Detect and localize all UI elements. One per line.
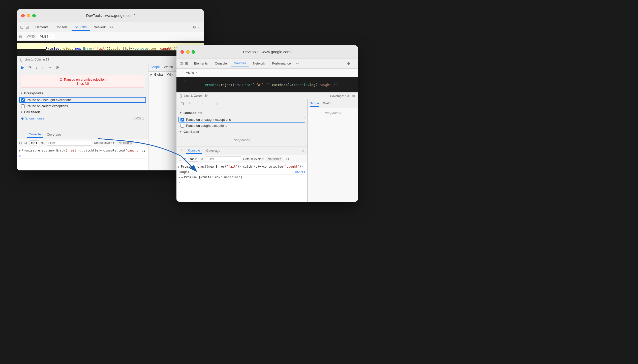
minimize-button-2[interactable] — [186, 50, 190, 54]
step-over-btn-1[interactable]: ↷ — [27, 64, 33, 71]
scope-panel-2: Scope Watch Not paused — [308, 99, 358, 202]
console-area-2: ⋮ Console Coverage × ⊡ ⊘ top ▾ 👁 Defaul — [176, 146, 307, 202]
scope-tab-1[interactable]: Scope — [150, 64, 160, 70]
file-tab-vm39-1[interactable]: VM39 × — [38, 34, 54, 39]
console-vm29-link[interactable]: VM29:1 — [294, 170, 305, 174]
tab-sources-2[interactable]: Sources — [231, 60, 249, 67]
callstack-location-1: VM39:1 — [134, 117, 144, 120]
status-bar-2: {} Line 1, Column 54 Coverage: n/a ⊞ — [176, 92, 358, 99]
deactivate-btn-2[interactable]: ⊘ — [214, 100, 220, 107]
console-content-2: ▶ Promise.reject(new Error('fail')).catc… — [176, 163, 307, 202]
sidebar-toggle-icon-2[interactable]: ⊡ — [179, 61, 183, 66]
code-text-2: Promise.reject(new Error('fail')).catch(… — [189, 79, 339, 90]
watch-tab-2[interactable]: Watch — [323, 100, 332, 107]
step-out-btn-1[interactable]: ↑ — [41, 64, 45, 71]
callstack-header-2[interactable]: ▼ Call Stack — [178, 128, 305, 135]
callstack-header-1[interactable]: ▼ Call Stack — [19, 109, 146, 115]
breakpoints-triangle-1: ▼ — [20, 92, 23, 95]
breakpoints-header-2[interactable]: ▼ Breakpoints — [178, 109, 305, 116]
console-clear-btn-2[interactable]: ⊘ — [184, 157, 187, 161]
step-btn-1[interactable]: → — [47, 64, 53, 71]
expand-icon-1[interactable]: ▶ — [19, 149, 21, 152]
callstack-item-1[interactable]: ◆ (anonymous) VM39:1 — [19, 115, 146, 121]
close-button-2[interactable] — [180, 50, 184, 54]
code-editor-2: 1 Promise.reject(new Error('fail')).catc… — [176, 77, 358, 92]
expand-icon-2b[interactable]: ◄ ▶ — [178, 176, 183, 179]
more-tabs-2[interactable]: >> — [295, 62, 299, 65]
top-dropdown-1[interactable]: top ▾ — [29, 140, 39, 145]
more-menu-1[interactable]: ⋮ — [197, 25, 201, 29]
console-tab-console-2[interactable]: Console — [186, 147, 202, 154]
tab-network-1[interactable]: Network — [91, 24, 109, 31]
breakpoint-caught-checkbox-2[interactable] — [180, 124, 184, 128]
tab-performance-2[interactable]: Performance — [269, 60, 294, 67]
top-dropdown-2[interactable]: top ▾ — [189, 157, 198, 162]
watch-tab-1[interactable]: Watch — [164, 64, 173, 70]
console-close-btn-2[interactable]: × — [302, 148, 304, 153]
breakpoint-uncaught-checkbox-1[interactable] — [21, 98, 25, 102]
file-tab-vm30-1[interactable]: VM30 — [24, 34, 37, 39]
line-number-2: 1 — [178, 79, 186, 83]
console-clear-btn-1[interactable]: ⊘ — [24, 141, 27, 145]
minimize-button-1[interactable] — [27, 14, 30, 17]
console-tab-console-1[interactable]: Console — [27, 131, 43, 138]
breakpoint-uncaught-checkbox-2[interactable] — [180, 118, 184, 122]
close-button-1[interactable] — [21, 14, 25, 17]
console-cursor-2: > — [178, 181, 180, 184]
tab-elements-2[interactable]: Elements — [191, 60, 211, 67]
tab-console-2[interactable]: Console — [212, 60, 230, 67]
console-more-icon-2[interactable]: ⋮ — [179, 149, 183, 153]
console-line-2a: ▶ Promise.reject(new Error('fail')).catc… — [178, 164, 305, 169]
pause-resume-btn-2[interactable]: ⊡ — [179, 100, 185, 107]
step-into-btn-1[interactable]: ↓ — [35, 64, 39, 71]
file-tab-close-vm29[interactable]: × — [196, 71, 197, 74]
deactivate-btn-1[interactable]: ⊘ — [55, 64, 60, 71]
sidebar-toggle-icon-1[interactable]: ⊡ — [20, 25, 23, 29]
console-settings-2[interactable]: ⚙ — [286, 157, 289, 161]
resume-btn-1[interactable]: ▶ — [20, 64, 25, 71]
console-tab-coverage-2[interactable]: Coverage — [204, 148, 222, 154]
step-over-btn-2[interactable]: ↷ — [187, 100, 192, 107]
more-tabs-1[interactable]: >> — [110, 25, 113, 29]
scope-tab-2[interactable]: Scope — [310, 100, 319, 107]
tab-network-2[interactable]: Network — [250, 60, 268, 67]
default-levels-btn-1[interactable]: Default levels ▾ — [94, 141, 114, 145]
console-tab-coverage-1[interactable]: Coverage — [45, 132, 63, 137]
devtools-window-1: DevTools - www.google.com/ ⊡ ⊞ Elements … — [17, 9, 204, 170]
console-filter-input-2[interactable] — [206, 156, 241, 162]
console-eye-btn-1[interactable]: 👁 — [41, 141, 45, 145]
tab-sources-1[interactable]: Sources — [72, 23, 90, 31]
breakpoints-header-1[interactable]: ▼ Breakpoints — [19, 90, 146, 97]
default-levels-btn-2[interactable]: Default levels ▾ — [243, 157, 264, 161]
breakpoint-caught-checkbox-1[interactable] — [21, 104, 25, 108]
maximize-button-1[interactable] — [32, 14, 36, 17]
expand-icon-2a[interactable]: ▶ — [178, 165, 180, 168]
format-icon-1[interactable]: {} — [20, 57, 22, 62]
tab-elements-1[interactable]: Elements — [32, 24, 51, 31]
console-sidebar-toggle-1[interactable]: ⊡ — [19, 141, 22, 145]
step-out-btn-2[interactable]: ↑ — [200, 101, 204, 107]
traffic-lights-2 — [180, 50, 195, 54]
tab-console-1[interactable]: Console — [52, 24, 71, 31]
step-into-btn-2[interactable]: ↓ — [194, 101, 198, 107]
coverage-expand-icon-2[interactable]: ⊞ — [352, 94, 355, 98]
dock-icon-1[interactable]: ⊞ — [25, 25, 29, 29]
file-tab-vm29-2[interactable]: VM29 × — [184, 70, 200, 76]
settings-icon-1[interactable]: ⚙ — [193, 25, 196, 29]
file-tab-close-vm39[interactable]: × — [50, 35, 52, 38]
file-sidebar-icon-2[interactable]: ⊡ — [178, 71, 181, 75]
console-eye-btn-2[interactable]: 👁 — [200, 157, 204, 161]
maximize-button-2[interactable] — [192, 50, 195, 54]
dock-icon-2[interactable]: ⊞ — [185, 61, 188, 66]
title-bar-1: DevTools - www.google.com/ — [17, 9, 204, 22]
console-promise-text: Promise {<fulfilled>: undefined} — [184, 175, 242, 179]
file-sidebar-icon-1[interactable]: ⊡ — [19, 35, 22, 39]
console-filter-input-1[interactable] — [47, 140, 92, 146]
console-more-icon-1[interactable]: ⋮ — [20, 133, 24, 137]
debug-panel-1: ⊗ Paused on promise rejection Error: fai… — [17, 72, 148, 130]
more-menu-2[interactable]: ⋮ — [351, 61, 355, 66]
console-sidebar-toggle-2[interactable]: ⊡ — [178, 157, 181, 161]
settings-icon-2[interactable]: ⚙ — [347, 61, 350, 66]
step-btn-2[interactable]: → — [206, 101, 212, 107]
format-icon-2[interactable]: {} — [179, 94, 182, 98]
